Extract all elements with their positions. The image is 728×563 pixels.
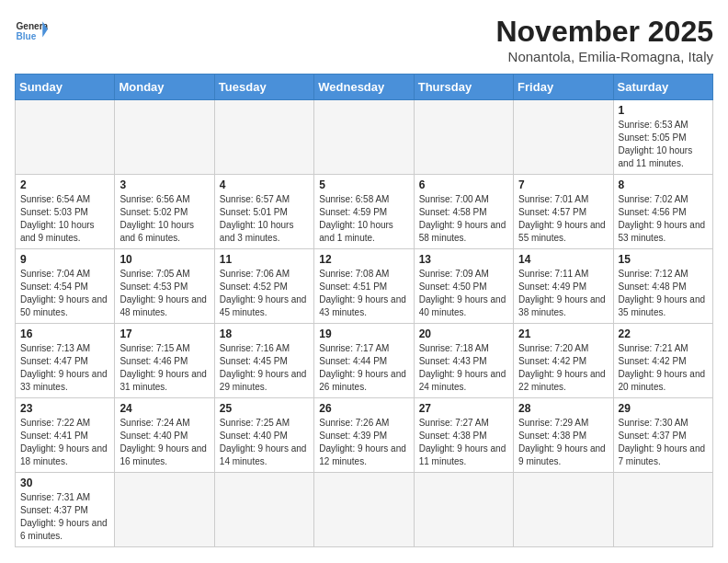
day-of-week-header: Tuesday xyxy=(214,75,313,100)
calendar-day-cell: 28Sunrise: 7:29 AM Sunset: 4:38 PM Dayli… xyxy=(514,398,613,473)
day-info: Sunrise: 7:24 AM Sunset: 4:40 PM Dayligh… xyxy=(119,417,209,468)
calendar-day-cell: 14Sunrise: 7:11 AM Sunset: 4:49 PM Dayli… xyxy=(514,249,613,324)
calendar-week-row: 1Sunrise: 6:53 AM Sunset: 5:05 PM Daylig… xyxy=(16,100,713,175)
calendar-day-cell: 22Sunrise: 7:21 AM Sunset: 4:42 PM Dayli… xyxy=(613,324,712,398)
calendar-week-row: 16Sunrise: 7:13 AM Sunset: 4:47 PM Dayli… xyxy=(16,324,713,398)
calendar-day-cell xyxy=(115,100,214,175)
day-info: Sunrise: 7:00 AM Sunset: 4:58 PM Dayligh… xyxy=(419,193,508,245)
day-info: Sunrise: 7:01 AM Sunset: 4:57 PM Dayligh… xyxy=(518,193,608,245)
day-number: 3 xyxy=(119,178,209,191)
day-number: 21 xyxy=(518,327,608,340)
calendar-day-cell: 29Sunrise: 7:30 AM Sunset: 4:37 PM Dayli… xyxy=(613,398,712,473)
day-info: Sunrise: 7:15 AM Sunset: 4:46 PM Dayligh… xyxy=(119,342,209,394)
calendar-day-cell: 13Sunrise: 7:09 AM Sunset: 4:50 PM Dayli… xyxy=(414,249,513,324)
calendar-week-row: 2Sunrise: 6:54 AM Sunset: 5:03 PM Daylig… xyxy=(16,175,713,249)
title-block: November 2025 Nonantola, Emilia-Romagna,… xyxy=(495,15,713,64)
day-number: 15 xyxy=(619,253,708,266)
day-info: Sunrise: 7:16 AM Sunset: 4:45 PM Dayligh… xyxy=(220,342,309,394)
day-number: 7 xyxy=(518,178,608,191)
calendar-day-cell: 16Sunrise: 7:13 AM Sunset: 4:47 PM Dayli… xyxy=(16,324,115,398)
day-info: Sunrise: 7:25 AM Sunset: 4:40 PM Dayligh… xyxy=(220,417,309,468)
day-info: Sunrise: 7:08 AM Sunset: 4:51 PM Dayligh… xyxy=(319,268,408,319)
day-number: 29 xyxy=(619,402,708,415)
calendar-week-row: 9Sunrise: 7:04 AM Sunset: 4:54 PM Daylig… xyxy=(16,249,713,324)
day-number: 17 xyxy=(119,327,209,340)
calendar-day-cell xyxy=(414,473,513,547)
day-of-week-header: Friday xyxy=(514,75,613,100)
day-info: Sunrise: 6:56 AM Sunset: 5:02 PM Dayligh… xyxy=(119,193,209,245)
calendar-day-cell xyxy=(514,100,613,175)
day-number: 26 xyxy=(319,402,408,415)
day-number: 6 xyxy=(419,178,508,191)
day-info: Sunrise: 7:31 AM Sunset: 4:37 PM Dayligh… xyxy=(20,491,109,543)
day-info: Sunrise: 7:27 AM Sunset: 4:38 PM Dayligh… xyxy=(419,417,508,468)
day-info: Sunrise: 7:18 AM Sunset: 4:43 PM Dayligh… xyxy=(419,342,508,394)
calendar-day-cell: 17Sunrise: 7:15 AM Sunset: 4:46 PM Dayli… xyxy=(115,324,214,398)
day-info: Sunrise: 7:20 AM Sunset: 4:42 PM Dayligh… xyxy=(518,342,608,394)
day-number: 4 xyxy=(220,178,309,191)
day-info: Sunrise: 7:09 AM Sunset: 4:50 PM Dayligh… xyxy=(419,268,508,319)
calendar-week-row: 30Sunrise: 7:31 AM Sunset: 4:37 PM Dayli… xyxy=(16,473,713,547)
day-number: 20 xyxy=(419,327,508,340)
day-number: 13 xyxy=(419,253,508,266)
calendar-day-cell: 9Sunrise: 7:04 AM Sunset: 4:54 PM Daylig… xyxy=(16,249,115,324)
day-number: 9 xyxy=(20,253,109,266)
logo: General Blue xyxy=(15,15,48,48)
calendar-day-cell: 6Sunrise: 7:00 AM Sunset: 4:58 PM Daylig… xyxy=(414,175,513,249)
calendar-week-row: 23Sunrise: 7:22 AM Sunset: 4:41 PM Dayli… xyxy=(16,398,713,473)
day-info: Sunrise: 7:30 AM Sunset: 4:37 PM Dayligh… xyxy=(619,417,708,468)
calendar-day-cell: 10Sunrise: 7:05 AM Sunset: 4:53 PM Dayli… xyxy=(115,249,214,324)
day-info: Sunrise: 7:29 AM Sunset: 4:38 PM Dayligh… xyxy=(518,417,608,468)
calendar-day-cell xyxy=(613,473,712,547)
calendar-day-cell: 4Sunrise: 6:57 AM Sunset: 5:01 PM Daylig… xyxy=(214,175,313,249)
month-title: November 2025 xyxy=(495,15,713,49)
day-number: 11 xyxy=(220,253,309,266)
calendar-day-cell xyxy=(414,100,513,175)
logo-icon: General Blue xyxy=(15,15,48,48)
day-number: 8 xyxy=(619,178,708,191)
calendar-day-cell: 2Sunrise: 6:54 AM Sunset: 5:03 PM Daylig… xyxy=(16,175,115,249)
day-number: 16 xyxy=(20,327,109,340)
calendar-header-row: SundayMondayTuesdayWednesdayThursdayFrid… xyxy=(16,75,713,100)
calendar-day-cell: 20Sunrise: 7:18 AM Sunset: 4:43 PM Dayli… xyxy=(414,324,513,398)
calendar-day-cell xyxy=(214,100,313,175)
location-subtitle: Nonantola, Emilia-Romagna, Italy xyxy=(495,49,713,64)
day-info: Sunrise: 6:58 AM Sunset: 4:59 PM Dayligh… xyxy=(319,193,408,245)
day-info: Sunrise: 7:02 AM Sunset: 4:56 PM Dayligh… xyxy=(619,193,708,245)
calendar-day-cell xyxy=(314,473,414,547)
day-info: Sunrise: 7:21 AM Sunset: 4:42 PM Dayligh… xyxy=(619,342,708,394)
day-info: Sunrise: 7:04 AM Sunset: 4:54 PM Dayligh… xyxy=(20,268,109,319)
calendar-day-cell: 7Sunrise: 7:01 AM Sunset: 4:57 PM Daylig… xyxy=(514,175,613,249)
day-info: Sunrise: 6:57 AM Sunset: 5:01 PM Dayligh… xyxy=(220,193,309,245)
day-number: 14 xyxy=(518,253,608,266)
day-number: 10 xyxy=(119,253,209,266)
calendar-day-cell: 15Sunrise: 7:12 AM Sunset: 4:48 PM Dayli… xyxy=(613,249,712,324)
day-info: Sunrise: 6:53 AM Sunset: 5:05 PM Dayligh… xyxy=(619,119,708,170)
day-number: 2 xyxy=(20,178,109,191)
day-number: 28 xyxy=(518,402,608,415)
day-of-week-header: Wednesday xyxy=(314,75,414,100)
calendar-day-cell: 23Sunrise: 7:22 AM Sunset: 4:41 PM Dayli… xyxy=(16,398,115,473)
day-number: 24 xyxy=(119,402,209,415)
day-number: 19 xyxy=(319,327,408,340)
calendar-day-cell: 18Sunrise: 7:16 AM Sunset: 4:45 PM Dayli… xyxy=(214,324,313,398)
calendar-table: SundayMondayTuesdayWednesdayThursdayFrid… xyxy=(15,74,713,547)
calendar-day-cell: 11Sunrise: 7:06 AM Sunset: 4:52 PM Dayli… xyxy=(214,249,313,324)
calendar-day-cell xyxy=(314,100,414,175)
day-number: 30 xyxy=(20,477,109,489)
calendar-day-cell: 19Sunrise: 7:17 AM Sunset: 4:44 PM Dayli… xyxy=(314,324,414,398)
day-of-week-header: Thursday xyxy=(414,75,513,100)
day-number: 23 xyxy=(20,402,109,415)
calendar-day-cell: 21Sunrise: 7:20 AM Sunset: 4:42 PM Dayli… xyxy=(514,324,613,398)
calendar-day-cell: 30Sunrise: 7:31 AM Sunset: 4:37 PM Dayli… xyxy=(16,473,115,547)
calendar-day-cell: 8Sunrise: 7:02 AM Sunset: 4:56 PM Daylig… xyxy=(613,175,712,249)
day-info: Sunrise: 7:12 AM Sunset: 4:48 PM Dayligh… xyxy=(619,268,708,319)
calendar-day-cell: 5Sunrise: 6:58 AM Sunset: 4:59 PM Daylig… xyxy=(314,175,414,249)
day-info: Sunrise: 7:06 AM Sunset: 4:52 PM Dayligh… xyxy=(220,268,309,319)
calendar-day-cell xyxy=(115,473,214,547)
calendar-day-cell: 26Sunrise: 7:26 AM Sunset: 4:39 PM Dayli… xyxy=(314,398,414,473)
day-number: 18 xyxy=(220,327,309,340)
day-number: 1 xyxy=(619,104,708,117)
day-number: 12 xyxy=(319,253,408,266)
day-number: 5 xyxy=(319,178,408,191)
